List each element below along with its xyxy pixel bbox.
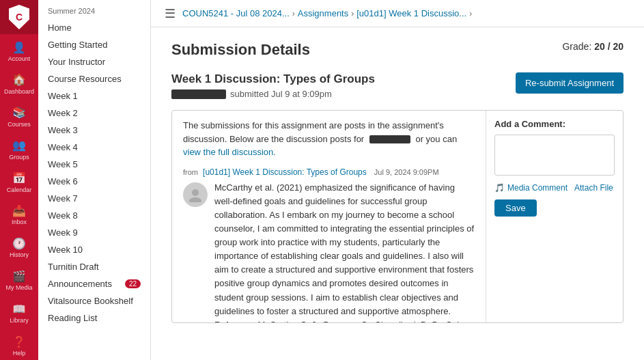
sidebar-item-week6[interactable]: Week 6 — [38, 173, 150, 190]
my_media-icon: 🎬 — [12, 268, 27, 283]
submission-header: Submission Details Grade: 20 / 20 — [171, 41, 624, 59]
sidebar-item-week9[interactable]: Week 9 — [38, 224, 150, 241]
library-label: Library — [10, 318, 29, 324]
my_media-label: My Media — [5, 285, 32, 292]
media-comment-icon: 🎵 — [494, 183, 505, 193]
resubmit-button[interactable]: Re-submit Assignment — [516, 72, 624, 94]
sidebar-item-week5[interactable]: Week 5 — [38, 156, 150, 173]
save-button[interactable]: Save — [494, 199, 537, 217]
sidebar-item-getting-started[interactable]: Getting Started — [38, 36, 150, 53]
grade-label: Grade: — [562, 41, 591, 52]
main-content: ☰ COUN5241 - Jul 08 2024... › Assignment… — [151, 0, 644, 360]
comment-actions: 🎵 Media Comment Attach File — [494, 183, 615, 193]
nav-item-dashboard[interactable]: 🏠 Dashboard — [4, 67, 34, 100]
sidebar-item-week7[interactable]: Week 7 — [38, 190, 150, 207]
media-comment-button[interactable]: 🎵 Media Comment — [494, 183, 568, 193]
nav-item-groups[interactable]: 👥 Groups — [4, 133, 34, 165]
submitter-info: submitted Jul 9 at 9:09pm — [171, 89, 375, 99]
svg-point-0 — [192, 189, 199, 196]
nav-item-history[interactable]: 🕐 History — [4, 230, 34, 263]
sidebar-item-week1[interactable]: Week 1 — [38, 87, 150, 105]
post-body-area: McCarthy et al. (2021) emphasized the si… — [183, 181, 475, 323]
sidebar-item-week10[interactable]: Week 10 — [38, 241, 150, 258]
nav-item-calendar[interactable]: 📅 Calendar — [4, 165, 34, 198]
comment-panel: Add a Comment: 🎵 Media Comment Attach Fi… — [486, 111, 623, 322]
help-label: Help — [13, 350, 26, 357]
inline-redacted-name — [369, 135, 410, 143]
attach-file-button[interactable]: Attach File — [574, 183, 613, 193]
intro-text-or: or you can — [415, 134, 457, 144]
help-icon: ❓ — [12, 334, 27, 349]
post-reference-text: Reference:McCarthy, C. J., Bauman, S., C… — [214, 318, 475, 322]
breadcrumb: COUN5241 - Jul 08 2024... › Assignments … — [182, 8, 472, 18]
groups-icon: 👥 — [12, 138, 27, 153]
view-full-discussion-link[interactable]: view the full discussion. — [183, 147, 276, 157]
content-area: Submission Details Grade: 20 / 20 Week 1… — [151, 27, 644, 360]
assignment-title-row: Week 1 Discussion: Types of Groups submi… — [171, 72, 624, 99]
breadcrumb-course[interactable]: COUN5241 - Jul 08 2024... — [182, 8, 290, 18]
sidebar-link-label-announcements: Announcements — [48, 279, 112, 289]
sidebar-item-your-instructor[interactable]: Your Instructor — [38, 53, 150, 70]
breadcrumb-sep-2: › — [351, 9, 354, 18]
discussion-intro-text: The submissions for this assignment are … — [183, 119, 475, 159]
sidebar-item-home[interactable]: Home — [38, 19, 150, 36]
nav-item-account[interactable]: 👤 Account — [4, 34, 34, 67]
sidebar-item-reading-list[interactable]: Reading List — [38, 309, 150, 327]
courses-label: Courses — [8, 122, 31, 128]
post-main-text: McCarthy et al. (2021) emphasized the si… — [214, 181, 475, 318]
sidebar-item-week2[interactable]: Week 2 — [38, 105, 150, 122]
avatar — [183, 182, 208, 207]
secondary-sidebar: Summer 2024 HomeGetting StartedYour Inst… — [38, 0, 151, 360]
assignment-title: Week 1 Discussion: Types of Groups — [171, 72, 375, 86]
app-logo[interactable]: C — [0, 0, 38, 34]
breadcrumb-assignments[interactable]: Assignments — [298, 8, 348, 18]
nav-item-library[interactable]: 📖 Library — [4, 296, 34, 329]
svg-point-1 — [189, 197, 201, 202]
discussion-content: The submissions for this assignment are … — [172, 111, 486, 322]
comment-section-label: Add a Comment: — [494, 119, 615, 129]
inbox-icon: 📥 — [12, 203, 27, 218]
icon-navigation: C 👤 Account 🏠 Dashboard 📚 Courses 👥 Grou… — [0, 0, 38, 360]
post-discussion-link[interactable]: [u01d1] Week 1 Discussion: Types of Grou… — [203, 167, 367, 177]
hamburger-button[interactable]: ☰ — [162, 5, 178, 23]
sidebar-item-turnitin-draft[interactable]: Turnitin Draft — [38, 258, 150, 275]
post-text-body: McCarthy et al. (2021) emphasized the si… — [214, 181, 475, 323]
assignment-section: Week 1 Discussion: Types of Groups submi… — [171, 72, 624, 99]
dashboard-label: Dashboard — [4, 89, 34, 96]
discussion-panel: The submissions for this assignment are … — [171, 110, 624, 323]
groups-label: Groups — [9, 154, 29, 161]
logo-letter: C — [16, 12, 23, 23]
assignment-info: Week 1 Discussion: Types of Groups submi… — [171, 72, 375, 99]
sidebar-item-announcements[interactable]: Announcements22 — [38, 275, 150, 292]
sidebar-item-week8[interactable]: Week 8 — [38, 207, 150, 224]
submitter-name-redacted — [171, 89, 226, 99]
dashboard-icon: 🏠 — [12, 72, 27, 87]
breadcrumb-sep-3: › — [469, 9, 472, 18]
from-text: from — [183, 168, 198, 176]
comment-textarea[interactable] — [494, 135, 615, 176]
account-label: Account — [8, 56, 31, 63]
from-label: from [u01d1] Week 1 Discussion: Types of… — [183, 167, 475, 177]
grade-value: 20 / 20 — [594, 41, 624, 52]
calendar-label: Calendar — [7, 187, 32, 194]
submit-date: submitted Jul 9 at 9:09pm — [230, 89, 332, 99]
sidebar-item-vitalsource-bookshelf[interactable]: Vitalsource Bookshelf — [38, 292, 150, 309]
semester-label: Summer 2024 — [38, 0, 150, 19]
library-icon: 📖 — [12, 301, 27, 316]
sidebar-item-course-resources[interactable]: Course Resources — [38, 70, 150, 87]
nav-item-help[interactable]: ❓ Help — [4, 329, 34, 360]
sidebar-item-week4[interactable]: Week 4 — [38, 139, 150, 156]
page-title: Submission Details — [171, 41, 310, 59]
nav-item-courses[interactable]: 📚 Courses — [4, 100, 34, 133]
media-comment-label: Media Comment — [507, 183, 568, 193]
post-timestamp: Jul 9, 2024 9:09PM — [374, 168, 439, 176]
nav-item-inbox[interactable]: 📥 Inbox — [4, 197, 34, 230]
calendar-icon: 📅 — [12, 171, 27, 186]
breadcrumb-discussion[interactable]: [u01d1] Week 1 Discussio... — [356, 8, 466, 18]
sidebar-item-week3[interactable]: Week 3 — [38, 122, 150, 139]
topbar: ☰ COUN5241 - Jul 08 2024... › Assignment… — [151, 0, 644, 27]
history-label: History — [10, 252, 29, 259]
history-icon: 🕐 — [12, 236, 27, 251]
nav-item-my_media[interactable]: 🎬 My Media — [4, 263, 34, 296]
account-icon: 👤 — [12, 40, 27, 55]
